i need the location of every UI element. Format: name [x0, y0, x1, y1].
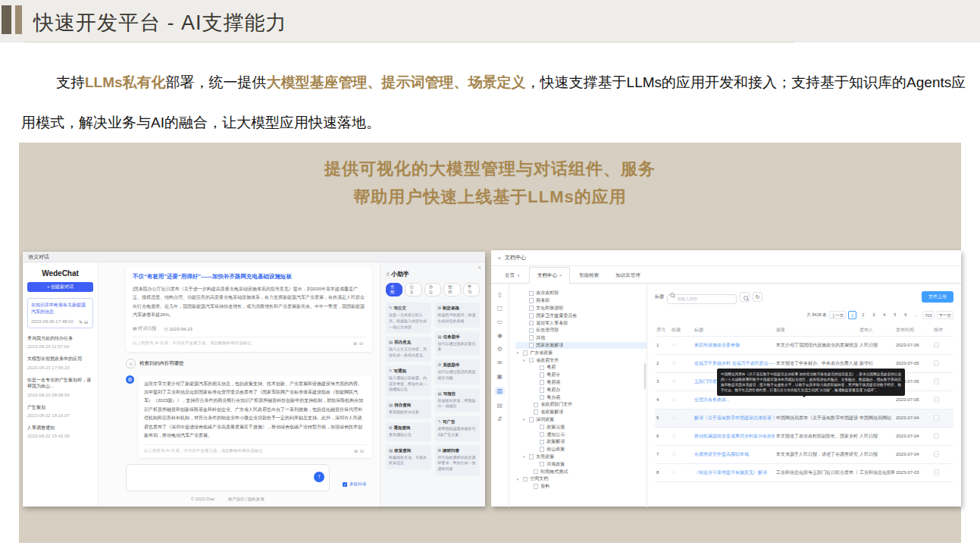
assistant-card[interactable]: ▤待办查询 查询我的待办任务	[386, 400, 431, 419]
assistant-card[interactable]: ✎写公文 你是一名政府公职人员，根据输入内容生成一份公文内容	[386, 303, 431, 333]
page-last[interactable]: 703	[922, 311, 934, 319]
delete-icon[interactable]: ⊟	[359, 341, 365, 346]
star-icon[interactable]: ☆	[670, 342, 693, 348]
doc-title-link[interactable]: 更好向设施农业要食物	[693, 342, 775, 349]
page-1[interactable]: 1	[848, 311, 856, 319]
more-actions-button[interactable]: ⋯	[934, 397, 939, 403]
page-3[interactable]: 3	[869, 312, 878, 317]
star-icon[interactable]: ☆	[670, 433, 693, 439]
assistant-card[interactable]: ⊞制定表格 根据用户的提问，快速生成对应的表格	[435, 303, 481, 328]
tree-item[interactable]: 粤府	[515, 364, 647, 372]
table-row[interactable]: 1☆ 更好向设施农业要食物 本文介绍了我国现代设施农业的发展情况...人民日报 …	[655, 337, 953, 355]
expander-icon[interactable]: ▾	[523, 358, 527, 362]
checkbox-checked-icon[interactable]: ✓	[343, 482, 347, 487]
multi-turn-toggle[interactable]: ✓ 多轮对话	[343, 482, 366, 487]
expander-icon[interactable]: ▾	[523, 454, 527, 459]
star-icon[interactable]: ☆	[670, 469, 693, 475]
assistant-tab-learn[interactable]: 学习	[463, 283, 480, 296]
tree-item-selected[interactable]: 国家政策解读	[515, 342, 647, 350]
close-icon[interactable]: ×	[477, 264, 481, 271]
checkbox-icon[interactable]	[529, 358, 534, 363]
more-actions-button[interactable]: ⋯	[934, 415, 939, 421]
doc-title-link[interactable]: 在调查研究中提高履职本领	[693, 451, 775, 458]
more-actions-button[interactable]: ⋯	[934, 342, 939, 348]
checkbox-icon[interactable]	[534, 469, 539, 475]
tree-item[interactable]: 省政府部门文件	[515, 401, 647, 409]
table-row[interactable]: 6☆ 推动拓展脱贫攻坚成果同乡村振兴有效衔... 本文报道了农业农村部副部长、国…	[655, 428, 953, 446]
tree-item[interactable]: 粤府办	[515, 386, 647, 394]
conversation-item[interactable]: 你是一名专业的广告策划师，请帮我为南山... 2023-08-23 08:58:…	[27, 377, 93, 397]
send-button[interactable]: ↑	[314, 472, 324, 482]
doc-title-link[interactable]: 全国共有各类农...	[693, 397, 775, 403]
checkbox-icon[interactable]	[540, 372, 545, 378]
page-4[interactable]: 4	[880, 312, 888, 317]
copy-icon[interactable]: ⊞	[354, 449, 360, 453]
doc-title-link[interactable]: 解读《关于落实数字中国建设总体部署 加...	[693, 415, 775, 422]
tree-item[interactable]: 时间格式测试	[515, 468, 647, 475]
tree-item[interactable]: 滨海政策	[515, 460, 647, 468]
doc-title-link[interactable]: 造福万千美丽乡村 造福万千农民群众——...	[693, 360, 775, 367]
checkbox-icon[interactable]	[540, 440, 545, 445]
assistant-tab-doc[interactable]: 公文	[405, 283, 421, 296]
article-title[interactable]: 不仅“有桩用”还要“用得好”——加快补齐路网充电基础设施短板	[133, 273, 365, 281]
conversation-item-active[interactable]: 在知识库中检索有关新能源汽车的信息 2023-09-06 17:48:02 ✎⊟	[27, 298, 93, 328]
tree-item[interactable]: 应急管理部	[515, 327, 647, 334]
tree-item[interactable]: 退役军人事务部	[515, 319, 647, 327]
tree-item[interactable]: ▾东莞政策	[515, 453, 647, 461]
star-icon[interactable]: ☆	[670, 397, 693, 403]
assistant-card[interactable]: ⚙系统助手 你可以通过我访问系统相关功能	[435, 359, 481, 384]
gear-icon[interactable]: ⚙	[497, 346, 503, 353]
copy-icon[interactable]: ⊞	[353, 341, 359, 346]
upload-button[interactable]: 文件上传	[922, 291, 953, 303]
tree-item[interactable]: 资料	[515, 483, 647, 491]
tree-item[interactable]: 粤办函	[515, 394, 647, 401]
conversation-item[interactable]: 广告策划 2023-08-22 18:16:07	[27, 404, 93, 418]
checkbox-icon[interactable]	[534, 409, 539, 415]
next-page-button[interactable]: 下一页	[937, 311, 954, 319]
tree-scrollbar[interactable]	[644, 363, 646, 389]
assistant-card[interactable]: ▤政策查询 检索国家及省、市相关政策信息	[386, 445, 431, 470]
expander-icon[interactable]: ▾	[517, 350, 521, 355]
checkbox-icon[interactable]	[534, 484, 539, 489]
assistant-card[interactable]: ⊞通知查询 查询通知公告	[386, 422, 431, 441]
tree-item[interactable]: 其他	[515, 334, 647, 342]
star-icon[interactable]: ☆	[670, 451, 693, 457]
assistant-card[interactable]: ✎写广告 请帮我根据需求最多写3条广告文案	[435, 416, 481, 441]
checkbox-icon[interactable]	[523, 350, 528, 356]
assistant-tab-create[interactable]: 创作	[443, 283, 460, 296]
assistant-card[interactable]: ⊞调研问卷 填写你的调研目的及调研要求，帮你生成一份调研问卷	[435, 445, 481, 475]
star-icon[interactable]: ☆	[670, 360, 693, 366]
tab-kb-manage[interactable]: 知识库管理	[608, 268, 648, 283]
tab-home[interactable]: 首页∨	[497, 268, 528, 283]
checkbox-icon[interactable]	[540, 395, 545, 400]
tab-close-icon[interactable]: ×	[559, 273, 562, 278]
star-icon[interactable]: ☆	[670, 415, 693, 421]
page-6[interactable]: 6	[901, 312, 910, 317]
tree-item[interactable]: 粤府函	[515, 379, 647, 387]
expander-icon[interactable]: ▾	[523, 417, 527, 422]
assistant-tab-office[interactable]: 办公	[424, 283, 441, 296]
table-row[interactable]: 8☆ 《制造业可靠性提升实施意见》解读 工业和信息化部等五部门近日联合发布《..…	[655, 464, 953, 482]
checkbox-icon[interactable]	[540, 425, 545, 430]
checkbox-icon[interactable]	[540, 462, 545, 467]
search-input[interactable]	[667, 294, 737, 304]
checkbox-icon[interactable]	[523, 477, 528, 482]
assistant-card[interactable]: ▤拟办意见 输入公文正文内容，为你生成一条拟办意见	[386, 337, 431, 362]
checkbox-icon[interactable]	[529, 298, 534, 303]
file-icon[interactable]: ▯	[498, 291, 501, 298]
conversation-item[interactable]: 大模型在智慧政务中的应用 2023-08-23 17:56:20	[27, 356, 93, 369]
tree-item[interactable]: ▾深圳政策	[515, 416, 647, 424]
delete-icon[interactable]: ⊟	[360, 449, 366, 453]
more-actions-button[interactable]: ⋯	[934, 433, 939, 439]
legal-links[interactable]: 用户协议 | 隐私政策	[228, 497, 265, 501]
prev-page-button[interactable]: 上一页	[829, 311, 847, 319]
tree-item[interactable]: 通知公示	[515, 431, 647, 438]
doc-icon[interactable]: ▤	[497, 402, 503, 409]
tree-item[interactable]: 文化和旅游部	[515, 305, 647, 312]
refresh-button[interactable]: ↻	[753, 292, 762, 302]
book-icon[interactable]: ▥	[495, 387, 506, 395]
delete-icon[interactable]: ⊟	[84, 320, 89, 325]
table-row[interactable]: 5☆ 解读《关于落实数字中国建设总体部署 加... 中国网信局发布《关于落实数字…	[655, 409, 953, 428]
tree-item[interactable]: 国家卫生健康委员会	[515, 312, 647, 319]
tab-smart-search[interactable]: 智能检索	[571, 268, 606, 283]
